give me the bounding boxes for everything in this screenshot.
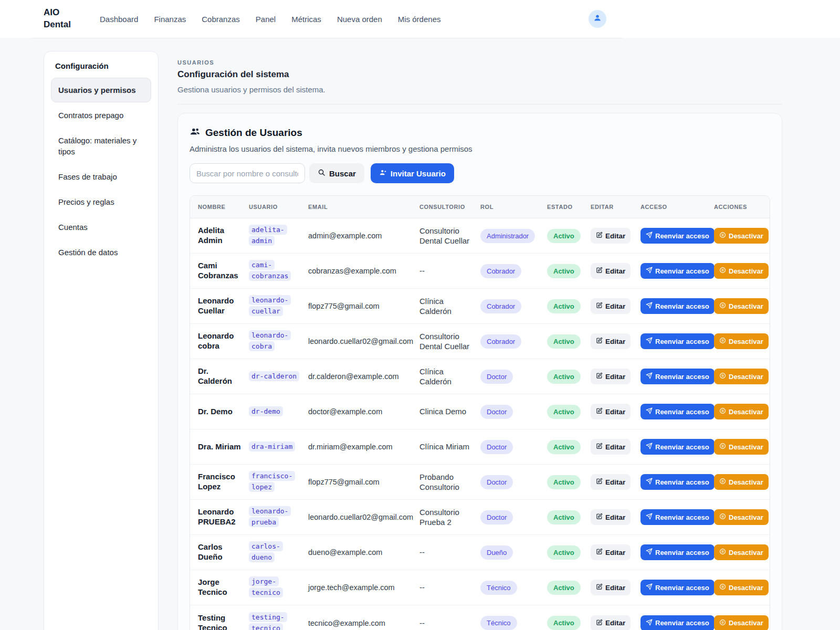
status-badge: Activo bbox=[547, 616, 581, 630]
edit-button[interactable]: Editar bbox=[591, 298, 631, 314]
edit-button[interactable]: Editar bbox=[591, 509, 631, 525]
resend-access-button[interactable]: Reenviar acceso bbox=[640, 544, 715, 560]
deactivate-button[interactable]: Desactivar bbox=[714, 263, 769, 279]
pause-circle-icon bbox=[719, 478, 726, 486]
deactivate-button[interactable]: Desactivar bbox=[714, 474, 769, 490]
table-controls: Buscar Invitar Usuario bbox=[190, 163, 770, 183]
deactivate-button[interactable]: Desactivar bbox=[714, 580, 769, 595]
nav-item-mis-órdenes[interactable]: Mis órdenes bbox=[398, 15, 441, 24]
user-email: leonardo.cuellar02@gmail.com bbox=[308, 337, 419, 345]
edit-button[interactable]: Editar bbox=[591, 404, 631, 419]
edit-button[interactable]: Editar bbox=[591, 439, 631, 455]
edit-button-label: Editar bbox=[605, 549, 625, 556]
nav-item-finanzas[interactable]: Finanzas bbox=[154, 15, 186, 24]
sidebar-item-usuarios-y-permisos[interactable]: Usuarios y permisos bbox=[51, 78, 151, 102]
user-name: Dr. Calderón bbox=[198, 366, 249, 386]
username-chip: carlos-dueno bbox=[249, 541, 308, 563]
edit-button[interactable]: Editar bbox=[591, 615, 631, 630]
resend-access-label: Reenviar acceso bbox=[655, 478, 709, 486]
nav-item-nueva-orden[interactable]: Nueva orden bbox=[337, 15, 382, 24]
user-avatar[interactable] bbox=[589, 10, 606, 28]
send-icon bbox=[646, 548, 653, 556]
edit-button[interactable]: Editar bbox=[591, 333, 631, 349]
resend-access-button[interactable]: Reenviar acceso bbox=[640, 615, 715, 630]
deactivate-button[interactable]: Desactivar bbox=[714, 369, 769, 384]
sidebar-items: Usuarios y permisosContratos prepagoCatá… bbox=[51, 78, 151, 265]
user-email: tecnico@example.com bbox=[308, 619, 419, 627]
deactivate-button[interactable]: Desactivar bbox=[714, 404, 769, 419]
edit-button[interactable]: Editar bbox=[591, 580, 631, 595]
deactivate-button[interactable]: Desactivar bbox=[714, 509, 769, 525]
user-email: dr.miriam@example.com bbox=[308, 443, 419, 451]
main-content: USUARIOS Configuración del sistema Gesti… bbox=[177, 51, 782, 630]
deactivate-button[interactable]: Desactivar bbox=[714, 228, 769, 244]
nav-item-métricas[interactable]: Métricas bbox=[291, 15, 321, 24]
edit-icon bbox=[596, 619, 603, 627]
user-office: Consultorio Prueba 2 bbox=[419, 507, 480, 528]
role-cell: Doctor bbox=[480, 405, 547, 419]
edit-cell: Editar bbox=[591, 439, 640, 455]
sidebar-item-gesti-n-de-datos[interactable]: Gestión de datos bbox=[51, 240, 151, 265]
resend-access-button[interactable]: Reenviar acceso bbox=[640, 369, 715, 384]
user-email: dr.calderon@example.com bbox=[308, 372, 419, 381]
username-chip: dr-demo bbox=[249, 406, 308, 417]
user-name: Leonardo cobra bbox=[198, 331, 249, 351]
resend-access-button[interactable]: Reenviar acceso bbox=[640, 298, 715, 314]
resend-access-button[interactable]: Reenviar acceso bbox=[640, 474, 715, 490]
resend-access-button[interactable]: Reenviar acceso bbox=[640, 228, 715, 244]
edit-button[interactable]: Editar bbox=[591, 228, 631, 244]
actions-cell: Desactivar bbox=[714, 228, 770, 244]
status-cell: Activo bbox=[547, 405, 591, 419]
resend-access-button[interactable]: Reenviar acceso bbox=[640, 333, 715, 349]
edit-cell: Editar bbox=[591, 404, 640, 419]
nav-item-cobranzas[interactable]: Cobranzas bbox=[202, 15, 240, 24]
sidebar-item-precios-y-reglas[interactable]: Precios y reglas bbox=[51, 190, 151, 214]
brand-logo[interactable]: AIO Dental bbox=[44, 7, 76, 31]
resend-access-button[interactable]: Reenviar acceso bbox=[640, 263, 715, 279]
search-button[interactable]: Buscar bbox=[309, 163, 364, 183]
nav-item-panel[interactable]: Panel bbox=[256, 15, 276, 24]
username-chip: adelita-admin bbox=[249, 225, 308, 247]
actions-cell: Desactivar bbox=[714, 615, 770, 630]
resend-access-button[interactable]: Reenviar acceso bbox=[640, 580, 715, 595]
edit-button-label: Editar bbox=[605, 443, 625, 451]
role-cell: Doctor bbox=[480, 475, 547, 489]
sidebar-item-cat-logo-materiales-y-tipos[interactable]: Catálogo: materiales y tipos bbox=[51, 128, 151, 164]
edit-button[interactable]: Editar bbox=[591, 544, 631, 560]
edit-cell: Editar bbox=[591, 369, 640, 384]
user-name: Adelita Admin bbox=[198, 226, 249, 246]
resend-access-button[interactable]: Reenviar acceso bbox=[640, 439, 715, 455]
deactivate-button[interactable]: Desactivar bbox=[714, 615, 769, 630]
edit-button[interactable]: Editar bbox=[591, 263, 631, 279]
resend-access-button[interactable]: Reenviar acceso bbox=[640, 404, 715, 419]
table-row: Cami Cobranzas cami-cobranzas cobranzas@… bbox=[190, 254, 770, 289]
user-name: Dr. Demo bbox=[198, 407, 249, 417]
deactivate-button[interactable]: Desactivar bbox=[714, 333, 769, 349]
table-body: Adelita Admin adelita-admin admin@exampl… bbox=[190, 218, 770, 630]
role-badge: Técnico bbox=[480, 581, 517, 595]
sidebar-item-fases-de-trabajo[interactable]: Fases de trabajo bbox=[51, 164, 151, 189]
column-header-editar: EDITAR bbox=[591, 196, 640, 218]
actions-cell: Desactivar bbox=[714, 333, 770, 349]
edit-button-label: Editar bbox=[605, 619, 625, 627]
deactivate-button[interactable]: Desactivar bbox=[714, 544, 769, 560]
resend-access-label: Reenviar acceso bbox=[655, 584, 709, 592]
card-title-row: Gestión de Usuarios bbox=[190, 126, 770, 139]
sidebar-item-contratos-prepago[interactable]: Contratos prepago bbox=[51, 103, 151, 128]
role-cell: Técnico bbox=[480, 616, 547, 630]
search-input[interactable] bbox=[190, 163, 305, 183]
sidebar-item-cuentas[interactable]: Cuentas bbox=[51, 215, 151, 239]
table-row: Dra. Miriam dra-miriam dr.miriam@example… bbox=[190, 429, 770, 465]
edit-button[interactable]: Editar bbox=[591, 369, 631, 384]
user-plus-icon bbox=[379, 169, 387, 178]
resend-access-button[interactable]: Reenviar acceso bbox=[640, 509, 715, 525]
deactivate-button[interactable]: Desactivar bbox=[714, 439, 769, 455]
invite-user-button[interactable]: Invitar Usuario bbox=[371, 163, 454, 183]
card-title: Gestión de Usuarios bbox=[205, 127, 302, 139]
pause-circle-icon bbox=[719, 337, 726, 345]
edit-button[interactable]: Editar bbox=[591, 474, 631, 490]
role-badge: Técnico bbox=[480, 616, 517, 630]
user-email: flopz775@gmail.com bbox=[308, 478, 419, 486]
nav-item-dashboard[interactable]: Dashboard bbox=[100, 15, 138, 24]
deactivate-button[interactable]: Desactivar bbox=[714, 298, 769, 314]
